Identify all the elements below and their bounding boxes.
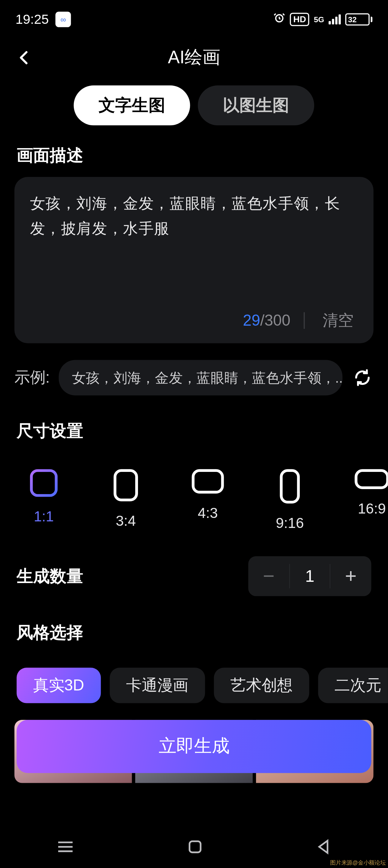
alarm-icon (273, 11, 285, 27)
quantity-minus-button[interactable]: − (248, 556, 289, 596)
page-header: AI绘画 (0, 35, 388, 80)
page-title: AI绘画 (168, 45, 220, 70)
aspect-16-9[interactable]: 16:9 (348, 469, 388, 532)
back-button[interactable] (13, 46, 36, 69)
size-section-label: 尺寸设置 (0, 401, 388, 453)
quantity-label: 生成数量 (17, 565, 83, 588)
hd-badge: HD (290, 13, 310, 26)
nav-recents-icon[interactable] (56, 839, 75, 857)
preview-strip: 立即生成 (14, 720, 374, 783)
quantity-plus-button[interactable]: + (330, 556, 371, 596)
example-prompt-pill[interactable]: 女孩，刘海，金发，蓝眼睛，蓝色水手领，... (59, 360, 342, 395)
aspect-ratio-options: 1:1 3:4 4:3 9:16 16:9 (0, 453, 388, 532)
network-type: 5G (314, 16, 324, 24)
svg-rect-1 (190, 841, 201, 852)
divider (304, 312, 305, 329)
style-section-label: 风格选择 (0, 596, 388, 654)
signal-icon (328, 14, 341, 24)
example-label: 示例: (14, 367, 50, 388)
aspect-3-4[interactable]: 3:4 (102, 469, 150, 532)
refresh-example-button[interactable] (351, 367, 374, 389)
aspect-9-16[interactable]: 9:16 (266, 469, 314, 532)
style-anime[interactable]: 二次元 (318, 668, 388, 703)
style-art[interactable]: 艺术创想 (214, 668, 309, 703)
quantity-stepper: − 1 + (248, 556, 371, 596)
battery-icon: 32 (345, 13, 373, 26)
style-cartoon[interactable]: 卡通漫画 (109, 668, 205, 703)
prompt-section-label: 画面描述 (0, 125, 388, 177)
example-prompt-text: 女孩，刘海，金发，蓝眼睛，蓝色水手领，... (72, 369, 343, 387)
aspect-1-1[interactable]: 1:1 (20, 469, 68, 532)
mode-tabs: 文字生图 以图生图 (0, 86, 388, 126)
status-bar: 19:25 ∞ HD 5G 32 (0, 0, 388, 35)
prompt-text: 女孩，刘海，金发，蓝眼睛，蓝色水手领，长发，披肩发，水手服 (30, 191, 358, 286)
generate-button[interactable]: 立即生成 (17, 720, 371, 773)
nav-back-icon[interactable] (315, 839, 332, 857)
status-time: 19:25 (15, 11, 49, 27)
tab-image-to-image[interactable]: 以图生图 (198, 86, 314, 126)
quantity-value: 1 (289, 564, 330, 588)
app-indicator-icon: ∞ (55, 11, 71, 27)
nav-home-icon[interactable] (187, 839, 203, 857)
clear-button[interactable]: 清空 (318, 308, 358, 333)
char-counter: 29/300 (243, 312, 290, 330)
style-realistic-3d[interactable]: 真实3D (17, 668, 101, 703)
tab-text-to-image[interactable]: 文字生图 (74, 86, 190, 126)
aspect-4-3[interactable]: 4:3 (184, 469, 231, 532)
system-nav-bar (0, 828, 388, 868)
watermark: 图片来源@金小额论坛 (330, 859, 386, 867)
prompt-input[interactable]: 女孩，刘海，金发，蓝眼睛，蓝色水手领，长发，披肩发，水手服 29/300 清空 (14, 177, 374, 343)
style-options: 真实3D 卡通漫画 艺术创想 二次元 (0, 654, 388, 703)
